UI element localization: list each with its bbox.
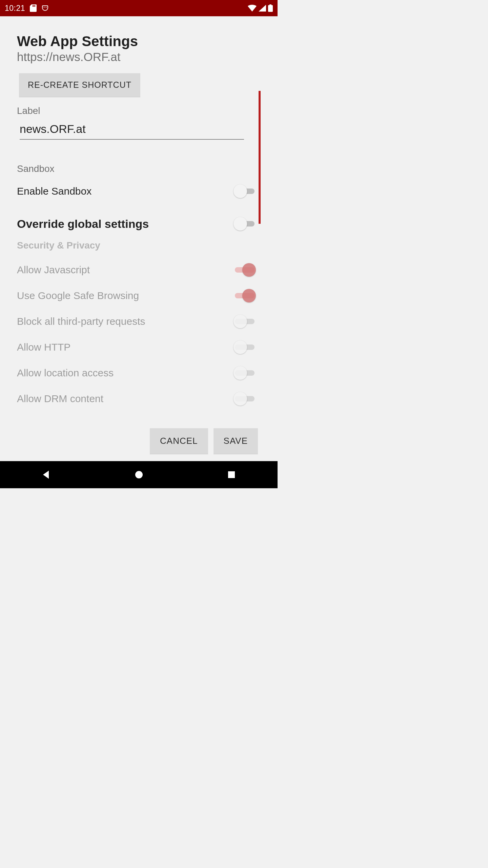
nav-back-icon[interactable] xyxy=(40,468,53,481)
sandbox-section-label: Sandbox xyxy=(17,163,261,174)
status-bar: 10:21 xyxy=(0,0,278,16)
page-title: Web App Settings xyxy=(17,33,261,50)
safe-browsing-row: Use Google Safe Browsing xyxy=(17,289,261,302)
block-thirdparty-label: Block all third-party requests xyxy=(17,316,145,327)
allow-http-row: Allow HTTP xyxy=(17,340,261,354)
block-thirdparty-row: Block all third-party requests xyxy=(17,315,261,328)
label-caption: Label xyxy=(17,105,261,116)
block-thirdparty-switch[interactable] xyxy=(233,315,256,328)
svg-rect-5 xyxy=(268,5,273,12)
allow-location-label: Allow location access xyxy=(17,367,114,379)
svg-point-4 xyxy=(46,7,46,8)
allow-location-row: Allow location access xyxy=(17,366,261,380)
override-switch[interactable] xyxy=(233,217,256,231)
dialog-actions: CANCEL SAVE xyxy=(150,428,258,454)
svg-rect-8 xyxy=(228,471,235,478)
svg-point-3 xyxy=(44,7,44,8)
allow-drm-switch[interactable] xyxy=(233,392,256,406)
allow-javascript-row: Allow Javascript xyxy=(17,263,261,277)
svg-rect-1 xyxy=(34,5,34,7)
navigation-bar xyxy=(0,461,278,488)
svg-point-7 xyxy=(135,471,143,478)
content: Web App Settings https://news.ORF.at RE-… xyxy=(0,16,278,461)
nav-home-icon[interactable] xyxy=(132,468,146,481)
cancel-button[interactable]: CANCEL xyxy=(150,428,208,454)
svg-rect-0 xyxy=(33,5,33,7)
allow-javascript-label: Allow Javascript xyxy=(17,264,90,276)
enable-sandbox-switch[interactable] xyxy=(233,184,256,198)
recreate-shortcut-button[interactable]: RE-CREATE SHORTCUT xyxy=(19,73,140,97)
safe-browsing-switch[interactable] xyxy=(233,289,256,302)
page-subtitle: https://news.ORF.at xyxy=(17,50,261,64)
security-rows: Allow Javascript Use Google Safe Browsin… xyxy=(17,263,261,406)
wifi-icon xyxy=(248,5,257,12)
battery-icon xyxy=(268,4,273,12)
status-left: 10:21 xyxy=(5,4,49,13)
override-row: Override global settings xyxy=(17,217,261,231)
save-button[interactable]: SAVE xyxy=(214,428,258,454)
scroll-indicator[interactable] xyxy=(259,91,261,224)
status-right xyxy=(248,4,273,12)
security-section-label: Security & Privacy xyxy=(17,240,261,251)
signal-icon xyxy=(259,5,266,12)
allow-location-switch[interactable] xyxy=(233,366,256,380)
allow-http-switch[interactable] xyxy=(233,340,256,354)
enable-sandbox-label: Enable Sandbox xyxy=(17,185,92,197)
allow-javascript-switch[interactable] xyxy=(233,263,256,277)
status-time: 10:21 xyxy=(5,4,25,13)
svg-rect-6 xyxy=(269,4,271,5)
enable-sandbox-row: Enable Sandbox xyxy=(17,184,261,198)
allow-http-label: Allow HTTP xyxy=(17,341,70,353)
svg-rect-2 xyxy=(35,5,35,7)
allow-drm-label: Allow DRM content xyxy=(17,393,103,405)
safe-browsing-label: Use Google Safe Browsing xyxy=(17,290,139,301)
app-icon xyxy=(41,4,49,12)
sd-card-icon xyxy=(30,4,37,12)
override-label: Override global settings xyxy=(17,217,149,231)
nav-recent-icon[interactable] xyxy=(225,468,238,481)
label-input[interactable] xyxy=(20,120,244,140)
allow-drm-row: Allow DRM content xyxy=(17,392,261,406)
